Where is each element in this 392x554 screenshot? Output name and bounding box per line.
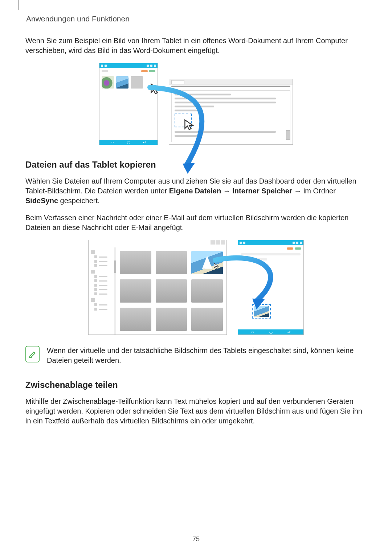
tree-folder-icon	[91, 298, 95, 302]
note-text: Wenn der virtuelle und der tatsächliche …	[47, 346, 367, 365]
arrow-separator: →	[221, 187, 232, 195]
virtual-tablet-window: ▭ ◯ ⮐	[238, 240, 304, 335]
chevron-down-icon	[101, 65, 103, 67]
file-tile	[120, 308, 151, 331]
virtual-tablet-window: ▭ ◯ ⮐	[99, 63, 158, 145]
close-icon	[154, 65, 156, 67]
file-tile	[191, 308, 223, 331]
tablet-titlebar	[238, 240, 303, 245]
note-block: Wenn der virtuelle und der tatsächliche …	[25, 346, 367, 365]
window-control	[216, 240, 220, 245]
folder-sidesync: SideSync	[25, 197, 58, 205]
file-tile	[156, 279, 187, 303]
heading-copy-to-tablet: Dateien auf das Tablet kopieren	[25, 160, 367, 170]
gallery-thumb-flower	[102, 76, 114, 89]
tree-item	[94, 292, 112, 295]
tree-item	[94, 284, 112, 287]
text-line	[175, 135, 197, 137]
running-header: Anwendungen und Funktionen	[26, 15, 367, 23]
text-segment: im Ordner	[303, 187, 336, 195]
path-eigene-dateien: Eigene Dateien	[169, 187, 221, 195]
minimize-icon	[293, 242, 295, 244]
doc-page	[171, 90, 290, 142]
text-line	[241, 258, 267, 260]
file-grid	[116, 247, 226, 335]
cursor-icon	[213, 263, 220, 269]
home-icon: ◯	[269, 331, 273, 333]
file-tile	[156, 251, 187, 274]
gallery-thumb-sky	[116, 76, 128, 89]
intro-paragraph: Wenn Sie zum Beispiel ein Bild von Ihrem…	[25, 36, 367, 56]
path-interner-speicher: Interner Speicher	[232, 187, 292, 195]
figure-drag-to-document: ▭ ◯ ⮐	[25, 63, 367, 145]
tablet-navbar: ▭ ◯ ⮐	[238, 329, 303, 335]
file-explorer-window	[88, 240, 227, 335]
text-line	[175, 106, 214, 107]
page-number: 75	[0, 535, 392, 543]
tablet-toolbar	[238, 245, 303, 252]
image-drop-target	[175, 114, 192, 127]
back-icon: ⮐	[287, 331, 291, 333]
text-line	[175, 110, 203, 111]
tree-item	[94, 264, 112, 267]
text-line	[175, 102, 276, 103]
back-icon: ⮐	[143, 141, 146, 144]
text-line	[175, 98, 276, 99]
folder-tree	[89, 247, 114, 335]
copy-to-tablet-p1: Wählen Sie Dateien auf Ihrem Computer au…	[25, 176, 367, 206]
file-tile	[156, 308, 187, 331]
page-edge-mark	[18, 0, 19, 10]
chevron-down-icon	[240, 242, 242, 244]
input-line	[241, 253, 301, 255]
image-drop-target	[252, 304, 271, 319]
share-clipboard-p1: Mithilfe der Zwischenablage-Teilfunktion…	[25, 397, 367, 426]
window-control	[221, 240, 225, 245]
file-tile	[191, 279, 223, 303]
file-tile	[120, 251, 151, 274]
tree-item	[94, 303, 112, 306]
tree-folder-icon	[91, 270, 95, 274]
compose-area	[238, 257, 303, 329]
manual-page: Anwendungen und Funktionen Wenn Sie zum …	[0, 0, 392, 554]
minimize-icon	[147, 65, 149, 67]
tablet-gallery	[99, 74, 158, 140]
recent-apps-icon: ▭	[251, 331, 254, 333]
heading-share-clipboard: Zwischenablage teilen	[25, 380, 367, 390]
toolbar-item	[102, 70, 108, 72]
window-control	[211, 240, 215, 245]
tree-folder-icon	[91, 250, 95, 254]
text-segment: gespeichert.	[58, 197, 100, 205]
text-line	[175, 131, 276, 133]
copy-to-tablet-p2: Beim Verfassen einer Nachricht oder eine…	[25, 213, 367, 233]
dropped-photo	[254, 306, 269, 317]
toolbar-action	[287, 247, 293, 250]
recent-apps-icon: ▭	[111, 141, 114, 144]
expand-icon	[243, 242, 245, 244]
expand-icon	[105, 65, 107, 67]
cursor-icon	[182, 119, 198, 131]
arrow-separator: →	[292, 187, 303, 195]
scrollbar-thumb	[286, 130, 290, 140]
tree-item	[94, 260, 112, 263]
toolbar-action	[149, 70, 155, 72]
maximize-icon	[150, 65, 152, 67]
close-icon	[300, 242, 302, 244]
tree-item	[94, 275, 112, 278]
explorer-titlebar	[89, 240, 226, 245]
toolbar-action	[295, 247, 301, 250]
tree-item	[94, 308, 112, 311]
toolbar-action	[141, 70, 148, 72]
tree-item	[94, 279, 112, 282]
figure-drag-to-tablet: ▭ ◯ ⮐	[25, 240, 367, 335]
word-document-window	[169, 79, 293, 145]
doc-tabbar	[169, 79, 293, 85]
tablet-titlebar	[99, 63, 158, 68]
doc-ribbon	[171, 86, 290, 87]
home-icon: ◯	[127, 141, 130, 144]
tablet-toolbar	[99, 68, 158, 74]
maximize-icon	[296, 242, 298, 244]
note-pencil-icon	[25, 346, 40, 362]
tree-item	[94, 255, 112, 258]
tablet-navbar: ▭ ◯ ⮐	[99, 140, 158, 145]
tree-item	[94, 288, 112, 291]
